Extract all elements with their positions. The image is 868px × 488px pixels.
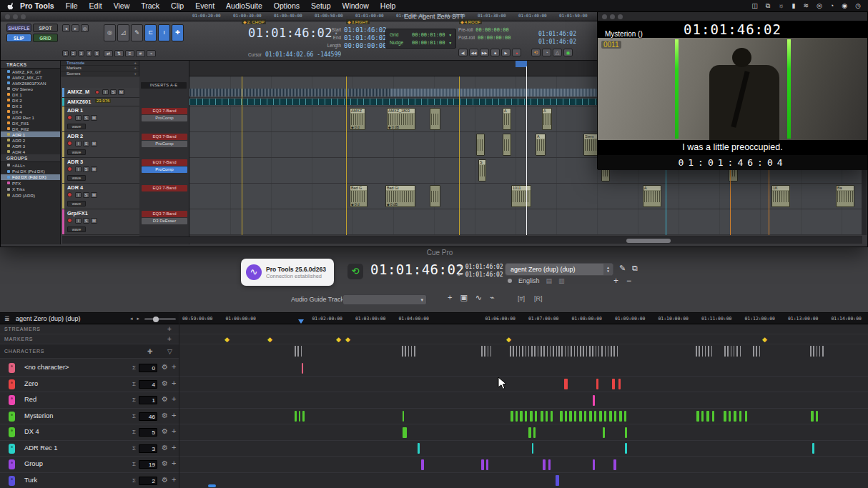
menu-item-window[interactable]: Window: [337, 1, 375, 10]
cue-clip[interactable]: [543, 459, 546, 470]
track-head-amxz-m[interactable]: AMXZ_MISM: [62, 88, 139, 98]
session-tab[interactable]: agent Zero (dup) (dup): [16, 315, 81, 322]
record-button[interactable]: ●: [512, 49, 521, 56]
audio-clip[interactable]: Bad G◆ 0 d: [350, 185, 368, 207]
insertion-follows-playback-toggle[interactable]: ≡: [125, 50, 134, 57]
cue-clip[interactable]: [701, 411, 704, 422]
add-cue-icon[interactable]: +: [172, 379, 176, 387]
audio-clip[interactable]: AMXZ_1803◆ 0 dB: [387, 108, 415, 130]
gear-icon[interactable]: ⚙: [162, 363, 168, 371]
waveform-icon[interactable]: ∿: [475, 293, 482, 302]
cue-clip[interactable]: [603, 427, 605, 438]
track-view-selector[interactable]: wave: [67, 124, 86, 129]
character-row-adr-rec-1[interactable]: ADR Rec 1Σ3⚙+: [0, 441, 868, 457]
track-m-button[interactable]: M: [91, 141, 97, 146]
pencil-tool[interactable]: ✎: [131, 24, 143, 41]
cue-clip[interactable]: [811, 411, 814, 422]
cue-clip[interactable]: [535, 411, 537, 422]
wifi-icon[interactable]: ≋: [803, 2, 809, 9]
app-menu[interactable]: Pro Tools: [16, 1, 60, 10]
cue-clip[interactable]: [516, 411, 518, 422]
cue-clip[interactable]: [594, 411, 596, 422]
audio-clip[interactable]: [430, 185, 440, 207]
gear-icon[interactable]: ⚙: [162, 395, 168, 403]
cue-clip[interactable]: [624, 411, 626, 422]
track-m-button[interactable]: M: [91, 115, 97, 121]
track-head-amxz601[interactable]: AMXZ60123.976: [62, 98, 139, 106]
add-cue-icon[interactable]: +: [172, 411, 176, 419]
menu-item-edit[interactable]: Edit: [84, 1, 108, 10]
cue-clip[interactable]: [546, 411, 548, 422]
sidebar-group-prd-dx-prd-dx-[interactable]: Prd DX (Prd DX): [1, 168, 60, 174]
video-window-titlebar[interactable]: [598, 12, 867, 21]
track-s-button[interactable]: S: [83, 192, 89, 198]
cue-clip[interactable]: [302, 411, 305, 422]
cue-clip[interactable]: [556, 475, 559, 486]
sidebar-group-pfx[interactable]: PFX: [1, 180, 60, 186]
zoom-preset-1[interactable]: 1: [62, 50, 69, 56]
audio-clip[interactable]: A: [542, 108, 552, 130]
play-button[interactable]: ▶: [501, 49, 511, 56]
cue-clip[interactable]: [532, 443, 533, 454]
cue-clip[interactable]: [589, 411, 592, 422]
track-head-adr-1[interactable]: ADR 1ISMwave: [62, 106, 139, 132]
audio-clip[interactable]: [503, 134, 511, 156]
zoom-preset-4[interactable]: 4: [86, 50, 92, 56]
record-enable-button[interactable]: [67, 166, 72, 171]
sidebar-track-dx-1[interactable]: DX 1: [1, 91, 60, 97]
menu-item-file[interactable]: File: [60, 1, 84, 10]
track-s-button[interactable]: S: [83, 218, 89, 224]
character-cue-count[interactable]: 2: [139, 477, 157, 485]
cue-clip[interactable]: [548, 459, 551, 470]
cue-playhead-marker[interactable]: [298, 319, 304, 324]
sidebar-track-amxz6801fxan[interactable]: AMXZ6801FXAN: [1, 80, 60, 86]
apple-menu-icon[interactable]: [7, 2, 15, 10]
language-label[interactable]: English: [518, 277, 540, 284]
menu-item-audiosuite[interactable]: AudioSuite: [220, 1, 268, 10]
zoom-in-arrow[interactable]: ▸: [71, 24, 79, 32]
sidebar-track-adr-rec-1[interactable]: ADR Rec 1: [1, 114, 60, 120]
zoomer-tool[interactable]: ◎: [104, 24, 116, 41]
character-cue-count[interactable]: 46: [139, 412, 157, 421]
gear-icon[interactable]: ⚙: [162, 412, 168, 419]
cue-clip[interactable]: [403, 427, 407, 438]
sidebar-track-adr-4[interactable]: ADR 4: [1, 149, 60, 154]
return-to-zero-button[interactable]: ◀|: [458, 49, 468, 56]
track-m-button[interactable]: M: [118, 89, 124, 95]
mode-spot-button[interactable]: SPOT: [33, 24, 58, 32]
cue-clip[interactable]: [584, 411, 586, 422]
remove-language-button[interactable]: −: [626, 276, 631, 286]
track-s-button[interactable]: S: [83, 115, 89, 121]
cue-clip[interactable]: [533, 427, 536, 438]
document-icon[interactable]: ▤: [546, 277, 553, 284]
marker-diamond-icon[interactable]: ◆: [267, 336, 272, 343]
menu-item-options[interactable]: Options: [268, 1, 305, 10]
zoom-preset-3[interactable]: 3: [78, 50, 84, 56]
gear-icon[interactable]: ⚙: [162, 379, 168, 387]
cue-clip[interactable]: [625, 427, 627, 438]
link-track-edit-toggle[interactable]: ⇅: [114, 50, 124, 57]
track-view-selector[interactable]: wave: [67, 226, 86, 232]
mode-shuffle-button[interactable]: SHUFFLE: [6, 24, 31, 32]
edit-pencil-button[interactable]: ✎: [619, 264, 626, 273]
cue-clip[interactable]: [593, 459, 595, 470]
track-head-grp-fx1[interactable]: Grp/FX1ISMwave: [62, 209, 139, 235]
ruler-row-markers[interactable]: Markers+: [61, 66, 139, 71]
cue-clip[interactable]: [551, 411, 553, 422]
track-head-adr-3[interactable]: ADR 3ISMwave: [62, 158, 139, 184]
horizontal-scroll-indicator[interactable]: [208, 484, 216, 487]
track-m-button[interactable]: M: [91, 218, 97, 224]
control-center-icon[interactable]: ◔: [830, 2, 834, 9]
add-character-icon[interactable]: ✚: [147, 348, 153, 355]
audio-clip[interactable]: A: [503, 108, 511, 130]
character-row--no-character-[interactable]: <no character>Σ0⚙+: [0, 360, 868, 377]
audio-clip[interactable]: A: [643, 185, 661, 207]
quickpunch-toggle[interactable]: ◉: [563, 49, 573, 56]
sidebar-group-fdd-dx-fdd-dx-[interactable]: Fdd DX (Fdd DX): [1, 174, 60, 180]
sidebar-group-adr-adr-[interactable]: ADR (ADR): [1, 192, 60, 198]
track-s-button[interactable]: S: [83, 166, 89, 172]
audio-guide-select[interactable]: ▾: [342, 294, 427, 305]
cue-clip[interactable]: [619, 411, 622, 422]
mode-grid-button[interactable]: GRID: [33, 34, 58, 42]
gear-icon[interactable]: ⚙: [162, 444, 168, 452]
